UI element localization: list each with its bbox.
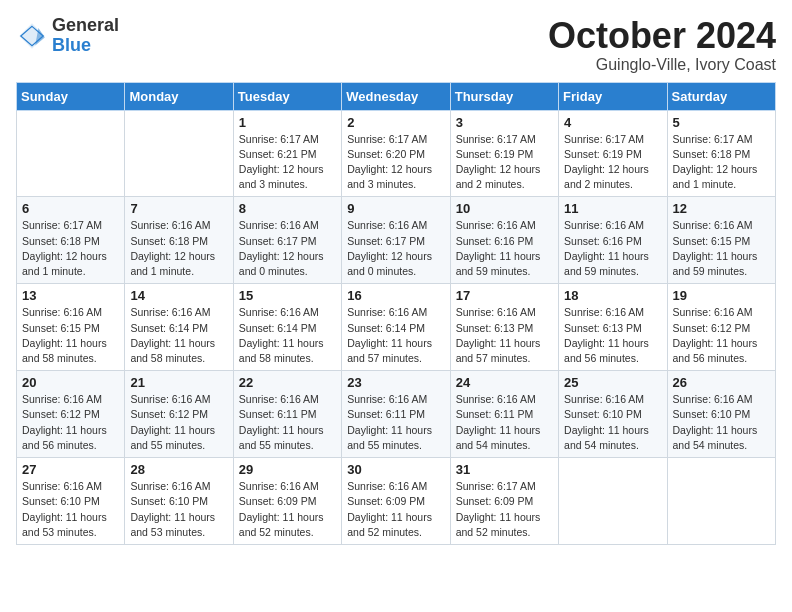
day-info: Sunrise: 6:16 AM Sunset: 6:13 PM Dayligh…	[456, 305, 553, 366]
calendar-header-row: SundayMondayTuesdayWednesdayThursdayFrid…	[17, 82, 776, 110]
day-number: 28	[130, 462, 227, 477]
calendar-cell: 22Sunrise: 6:16 AM Sunset: 6:11 PM Dayli…	[233, 371, 341, 458]
logo-general-text: General	[52, 15, 119, 35]
day-info: Sunrise: 6:16 AM Sunset: 6:18 PM Dayligh…	[130, 218, 227, 279]
calendar-cell: 25Sunrise: 6:16 AM Sunset: 6:10 PM Dayli…	[559, 371, 667, 458]
calendar-cell: 17Sunrise: 6:16 AM Sunset: 6:13 PM Dayli…	[450, 284, 558, 371]
logo-blue-text: Blue	[52, 35, 91, 55]
col-header-tuesday: Tuesday	[233, 82, 341, 110]
calendar-cell	[667, 458, 775, 545]
calendar-week-row: 27Sunrise: 6:16 AM Sunset: 6:10 PM Dayli…	[17, 458, 776, 545]
day-info: Sunrise: 6:16 AM Sunset: 6:14 PM Dayligh…	[347, 305, 444, 366]
calendar-cell	[559, 458, 667, 545]
col-header-saturday: Saturday	[667, 82, 775, 110]
day-number: 16	[347, 288, 444, 303]
calendar-cell: 4Sunrise: 6:17 AM Sunset: 6:19 PM Daylig…	[559, 110, 667, 197]
logo: General Blue	[16, 16, 119, 56]
day-number: 1	[239, 115, 336, 130]
day-info: Sunrise: 6:16 AM Sunset: 6:17 PM Dayligh…	[347, 218, 444, 279]
day-info: Sunrise: 6:17 AM Sunset: 6:20 PM Dayligh…	[347, 132, 444, 193]
day-info: Sunrise: 6:16 AM Sunset: 6:16 PM Dayligh…	[456, 218, 553, 279]
day-info: Sunrise: 6:16 AM Sunset: 6:12 PM Dayligh…	[130, 392, 227, 453]
day-info: Sunrise: 6:17 AM Sunset: 6:19 PM Dayligh…	[564, 132, 661, 193]
day-number: 15	[239, 288, 336, 303]
day-info: Sunrise: 6:16 AM Sunset: 6:11 PM Dayligh…	[456, 392, 553, 453]
day-number: 11	[564, 201, 661, 216]
day-info: Sunrise: 6:16 AM Sunset: 6:14 PM Dayligh…	[130, 305, 227, 366]
day-number: 19	[673, 288, 770, 303]
day-number: 7	[130, 201, 227, 216]
day-number: 30	[347, 462, 444, 477]
calendar-cell: 6Sunrise: 6:17 AM Sunset: 6:18 PM Daylig…	[17, 197, 125, 284]
day-number: 31	[456, 462, 553, 477]
day-info: Sunrise: 6:17 AM Sunset: 6:21 PM Dayligh…	[239, 132, 336, 193]
calendar-week-row: 20Sunrise: 6:16 AM Sunset: 6:12 PM Dayli…	[17, 371, 776, 458]
logo-icon	[16, 20, 48, 52]
calendar-cell: 19Sunrise: 6:16 AM Sunset: 6:12 PM Dayli…	[667, 284, 775, 371]
day-number: 8	[239, 201, 336, 216]
day-number: 14	[130, 288, 227, 303]
calendar-cell: 24Sunrise: 6:16 AM Sunset: 6:11 PM Dayli…	[450, 371, 558, 458]
day-number: 17	[456, 288, 553, 303]
day-number: 29	[239, 462, 336, 477]
day-info: Sunrise: 6:16 AM Sunset: 6:12 PM Dayligh…	[673, 305, 770, 366]
day-info: Sunrise: 6:16 AM Sunset: 6:11 PM Dayligh…	[347, 392, 444, 453]
calendar-cell: 5Sunrise: 6:17 AM Sunset: 6:18 PM Daylig…	[667, 110, 775, 197]
day-info: Sunrise: 6:16 AM Sunset: 6:13 PM Dayligh…	[564, 305, 661, 366]
day-number: 27	[22, 462, 119, 477]
day-info: Sunrise: 6:17 AM Sunset: 6:18 PM Dayligh…	[22, 218, 119, 279]
col-header-sunday: Sunday	[17, 82, 125, 110]
day-info: Sunrise: 6:16 AM Sunset: 6:11 PM Dayligh…	[239, 392, 336, 453]
day-number: 21	[130, 375, 227, 390]
day-number: 13	[22, 288, 119, 303]
title-block: October 2024 Guinglo-Ville, Ivory Coast	[548, 16, 776, 74]
day-info: Sunrise: 6:16 AM Sunset: 6:09 PM Dayligh…	[239, 479, 336, 540]
day-number: 22	[239, 375, 336, 390]
logo-text: General Blue	[52, 16, 119, 56]
calendar-cell	[125, 110, 233, 197]
day-number: 5	[673, 115, 770, 130]
col-header-friday: Friday	[559, 82, 667, 110]
month-title: October 2024	[548, 16, 776, 56]
day-info: Sunrise: 6:16 AM Sunset: 6:12 PM Dayligh…	[22, 392, 119, 453]
calendar-cell: 2Sunrise: 6:17 AM Sunset: 6:20 PM Daylig…	[342, 110, 450, 197]
calendar-cell: 18Sunrise: 6:16 AM Sunset: 6:13 PM Dayli…	[559, 284, 667, 371]
day-info: Sunrise: 6:16 AM Sunset: 6:15 PM Dayligh…	[673, 218, 770, 279]
calendar-week-row: 13Sunrise: 6:16 AM Sunset: 6:15 PM Dayli…	[17, 284, 776, 371]
day-number: 20	[22, 375, 119, 390]
day-number: 4	[564, 115, 661, 130]
day-number: 2	[347, 115, 444, 130]
day-number: 24	[456, 375, 553, 390]
day-info: Sunrise: 6:16 AM Sunset: 6:09 PM Dayligh…	[347, 479, 444, 540]
calendar-cell: 1Sunrise: 6:17 AM Sunset: 6:21 PM Daylig…	[233, 110, 341, 197]
location-subtitle: Guinglo-Ville, Ivory Coast	[548, 56, 776, 74]
calendar-cell: 23Sunrise: 6:16 AM Sunset: 6:11 PM Dayli…	[342, 371, 450, 458]
day-info: Sunrise: 6:16 AM Sunset: 6:10 PM Dayligh…	[22, 479, 119, 540]
calendar-cell: 26Sunrise: 6:16 AM Sunset: 6:10 PM Dayli…	[667, 371, 775, 458]
col-header-thursday: Thursday	[450, 82, 558, 110]
day-number: 12	[673, 201, 770, 216]
calendar-cell: 12Sunrise: 6:16 AM Sunset: 6:15 PM Dayli…	[667, 197, 775, 284]
day-info: Sunrise: 6:16 AM Sunset: 6:10 PM Dayligh…	[673, 392, 770, 453]
calendar-cell: 11Sunrise: 6:16 AM Sunset: 6:16 PM Dayli…	[559, 197, 667, 284]
calendar-cell: 28Sunrise: 6:16 AM Sunset: 6:10 PM Dayli…	[125, 458, 233, 545]
calendar-cell: 15Sunrise: 6:16 AM Sunset: 6:14 PM Dayli…	[233, 284, 341, 371]
col-header-wednesday: Wednesday	[342, 82, 450, 110]
calendar-week-row: 1Sunrise: 6:17 AM Sunset: 6:21 PM Daylig…	[17, 110, 776, 197]
calendar-table: SundayMondayTuesdayWednesdayThursdayFrid…	[16, 82, 776, 545]
day-info: Sunrise: 6:16 AM Sunset: 6:14 PM Dayligh…	[239, 305, 336, 366]
day-number: 3	[456, 115, 553, 130]
calendar-cell	[17, 110, 125, 197]
day-number: 25	[564, 375, 661, 390]
calendar-cell: 14Sunrise: 6:16 AM Sunset: 6:14 PM Dayli…	[125, 284, 233, 371]
day-info: Sunrise: 6:17 AM Sunset: 6:09 PM Dayligh…	[456, 479, 553, 540]
day-number: 9	[347, 201, 444, 216]
col-header-monday: Monday	[125, 82, 233, 110]
calendar-cell: 9Sunrise: 6:16 AM Sunset: 6:17 PM Daylig…	[342, 197, 450, 284]
day-number: 18	[564, 288, 661, 303]
page-header: General Blue October 2024 Guinglo-Ville,…	[16, 16, 776, 74]
calendar-cell: 20Sunrise: 6:16 AM Sunset: 6:12 PM Dayli…	[17, 371, 125, 458]
day-info: Sunrise: 6:16 AM Sunset: 6:10 PM Dayligh…	[130, 479, 227, 540]
day-info: Sunrise: 6:16 AM Sunset: 6:16 PM Dayligh…	[564, 218, 661, 279]
day-number: 6	[22, 201, 119, 216]
